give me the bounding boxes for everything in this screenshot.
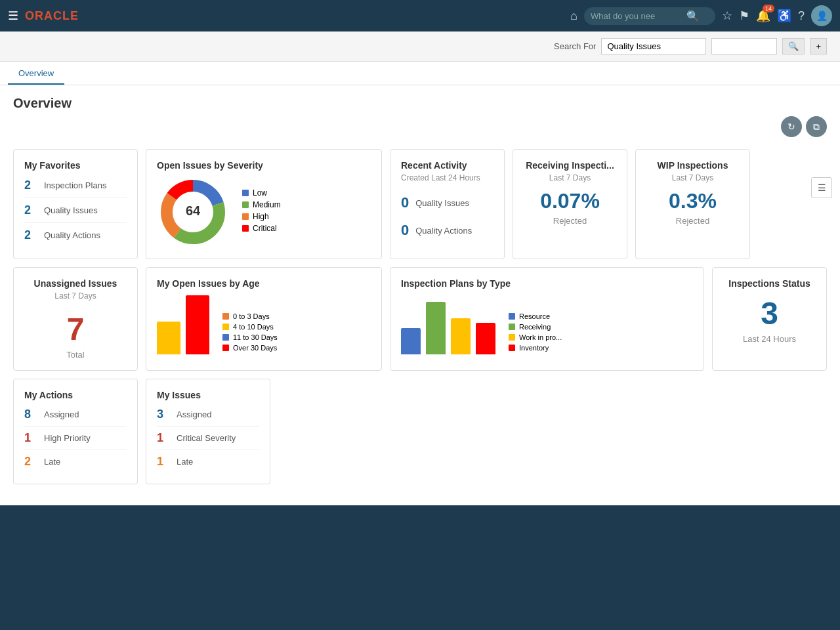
favorites-item-quality-issues[interactable]: 2 Quality Issues	[24, 198, 127, 223]
recent-activity-subtitle: Created Last 24 Hours	[401, 173, 494, 182]
inspections-status-card: Inspections Status 3 Last 24 Hours	[712, 267, 827, 371]
actions-assigned-count: 8	[24, 408, 37, 421]
recent-activity-actions[interactable]: 0 Quality Actions	[401, 217, 494, 244]
global-search-input[interactable]	[591, 11, 682, 21]
inspections-status-label: Last 24 Hours	[723, 334, 816, 344]
search-value-input[interactable]	[601, 38, 706, 54]
dashboard-row-2: Unassigned Issues Last 7 Days 7 Total My…	[13, 267, 827, 371]
oracle-logo: ORACLE	[25, 9, 79, 23]
page-title: Overview	[0, 85, 840, 116]
inspection-plans-label: Inspection Plans	[44, 180, 106, 190]
open-issues-age-title: My Open Issues by Age	[157, 278, 371, 289]
inspection-plans-count: 2	[24, 178, 37, 192]
home-icon[interactable]: ⌂	[570, 9, 578, 23]
quality-actions-count: 2	[24, 228, 37, 242]
dashboard-row-3: My Actions 8 Assigned 1 High Priority 2 …	[13, 379, 827, 484]
notifications-icon[interactable]: 🔔 14	[756, 9, 770, 23]
quality-actions-label: Quality Actions	[44, 230, 100, 240]
open-issues-severity-title: Open Issues by Severity	[157, 160, 371, 171]
wip-subtitle: Last 7 Days	[646, 173, 739, 182]
bar-resource	[401, 328, 421, 354]
legend-low: Low	[242, 188, 281, 198]
type-legend: Resource Receiving Work in pro...	[509, 312, 562, 354]
age-legend: 0 to 3 Days 4 to 10 Days 11 to 30 Days	[222, 312, 278, 354]
recent-activity-issues[interactable]: 0 Quality Issues	[401, 189, 494, 217]
search-for-label: Search For	[554, 41, 596, 51]
dashboard-row-1: My Favorites 2 Inspection Plans 2 Qualit…	[13, 149, 827, 259]
favorites-item-quality-actions[interactable]: 2 Quality Actions	[24, 223, 127, 247]
tab-bar: Overview	[0, 62, 840, 85]
help-icon[interactable]: ?	[798, 9, 805, 23]
bar-receiving	[426, 302, 446, 354]
issues-late-label: Late	[177, 457, 193, 467]
flag-icon[interactable]: ⚑	[739, 9, 749, 23]
wip-inspections-card: WIP Inspections Last 7 Days 0.3% Rejecte…	[635, 149, 750, 259]
main-wrapper: Search For 🔍 + Overview Overview ☰ ↻ ⧉ M…	[0, 32, 840, 505]
tab-overview[interactable]: Overview	[8, 62, 64, 85]
legend-low-label: Low	[253, 188, 267, 198]
copy-button[interactable]: ⧉	[806, 116, 827, 137]
unassigned-label: Total	[24, 350, 127, 360]
inspections-status-count: 3	[723, 295, 816, 331]
svg-text:64: 64	[186, 203, 201, 218]
my-actions-title: My Actions	[24, 390, 127, 400]
accessibility-icon[interactable]: ♿	[777, 9, 791, 23]
actions-high-count: 1	[24, 431, 37, 445]
search-button[interactable]: 🔍	[782, 38, 805, 54]
issues-critical[interactable]: 1 Critical Severity	[157, 427, 259, 450]
issues-late-count: 1	[157, 455, 170, 469]
unassigned-subtitle: Last 7 Days	[24, 291, 127, 301]
avatar[interactable]: 👤	[811, 5, 832, 26]
favorites-star-icon[interactable]: ☆	[722, 9, 732, 23]
recent-issues-count: 0	[401, 194, 409, 211]
age-legend-0-3: 0 to 3 Days	[233, 312, 270, 320]
recent-actions-label: Quality Actions	[415, 226, 472, 236]
wip-percent: 0.3%	[646, 189, 739, 213]
my-favorites-card: My Favorites 2 Inspection Plans 2 Qualit…	[13, 149, 138, 259]
wip-title: WIP Inspections	[646, 160, 739, 171]
my-actions-card: My Actions 8 Assigned 1 High Priority 2 …	[13, 379, 138, 484]
search-icon: 🔍	[686, 10, 700, 22]
issues-assigned[interactable]: 3 Assigned	[157, 403, 259, 427]
add-button[interactable]: +	[810, 38, 827, 54]
actions-assigned[interactable]: 8 Assigned	[24, 403, 127, 427]
receiving-inspection-title: Receiving Inspecti...	[524, 160, 616, 171]
my-issues-card: My Issues 3 Assigned 1 Critical Severity…	[146, 379, 270, 484]
wip-label: Rejected	[646, 216, 739, 226]
legend-high: High	[242, 212, 281, 221]
type-bar-chart	[401, 295, 495, 354]
legend-medium: Medium	[242, 200, 281, 209]
favorites-item-inspection-plans[interactable]: 2 Inspection Plans	[24, 173, 127, 198]
inspection-plans-type-card: Inspection Plans by Type Resource	[390, 267, 704, 371]
bar-work-in-progress	[451, 318, 471, 354]
receiving-label: Rejected	[524, 216, 616, 226]
refresh-button[interactable]: ↻	[781, 116, 802, 137]
legend-critical-label: Critical	[253, 224, 277, 233]
bar-over-30-days	[186, 295, 209, 354]
donut-legend: Low Medium High	[242, 188, 281, 236]
type-legend-receiving: Receiving	[519, 323, 551, 331]
inspections-status-title: Inspections Status	[723, 278, 816, 289]
legend-medium-label: Medium	[253, 200, 281, 209]
bar-4-10-days	[157, 322, 180, 354]
quality-issues-count: 2	[24, 203, 37, 217]
issues-assigned-count: 3	[157, 408, 170, 421]
global-search-bar[interactable]: 🔍	[584, 7, 715, 25]
recent-activity-title: Recent Activity	[401, 160, 494, 171]
age-legend-4-10: 4 to 10 Days	[233, 323, 274, 331]
legend-critical: Critical	[242, 224, 281, 233]
age-bar-chart	[157, 295, 209, 354]
my-favorites-title: My Favorites	[24, 160, 127, 171]
quality-issues-label: Quality Issues	[44, 205, 98, 215]
actions-late[interactable]: 2 Late	[24, 450, 127, 473]
search-area: Search For 🔍 +	[0, 32, 840, 62]
issues-late[interactable]: 1 Late	[157, 450, 259, 473]
hamburger-menu-icon[interactable]: ☰	[8, 9, 18, 23]
recent-actions-count: 0	[401, 222, 409, 239]
issues-critical-count: 1	[157, 431, 170, 445]
search-extra-input[interactable]	[711, 38, 777, 54]
actions-high-label: High Priority	[44, 433, 91, 443]
bar-inventory	[476, 323, 495, 354]
unassigned-issues-card: Unassigned Issues Last 7 Days 7 Total	[13, 267, 138, 371]
actions-high-priority[interactable]: 1 High Priority	[24, 427, 127, 450]
